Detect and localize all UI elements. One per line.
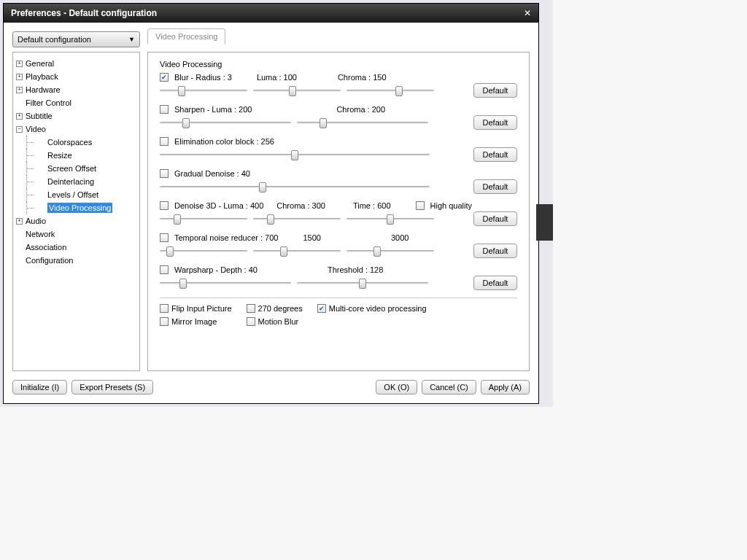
tnr-default-button[interactable]: Default [473, 244, 517, 258]
flip-checkbox[interactable] [160, 304, 169, 313]
expand-icon[interactable] [16, 113, 23, 120]
deg-label: 270 degrees [258, 304, 303, 313]
expand-icon[interactable] [16, 61, 23, 67]
preferences-window: Preferences - Default configuration ✕ De… [3, 3, 539, 404]
tree-item-video[interactable]: Video [16, 122, 136, 136]
expand-icon[interactable] [16, 87, 23, 93]
d3d-time-slider[interactable] [347, 213, 434, 225]
mirror-label: Mirror Image [171, 317, 217, 326]
warp-label: Warpsharp - Depth : 40 [174, 265, 258, 274]
tree-item-colorspaces[interactable]: Colorspaces [16, 136, 136, 149]
collapse-icon[interactable] [16, 126, 23, 133]
warp-default-button[interactable]: Default [473, 276, 517, 290]
blur-chroma-label: Chroma : 150 [338, 73, 387, 82]
warp-thr-label: Threshold : 128 [328, 265, 383, 274]
blur-chroma-slider[interactable] [347, 85, 434, 96]
tnr-v3: 3000 [391, 233, 409, 242]
grad-default-button[interactable]: Default [473, 179, 517, 194]
mblur-label: Motion Blur [258, 317, 299, 326]
config-select-value: Default configuration [18, 35, 91, 44]
tnr-slider-3[interactable] [347, 245, 434, 257]
d3d-chroma-slider[interactable] [253, 213, 341, 225]
warp-depth-slider[interactable] [160, 277, 291, 289]
settings-panel: Video Processing ✔ Blur - Radius : 3 Lum… [147, 52, 530, 371]
tnr-slider-2[interactable] [253, 245, 341, 257]
tree-item-filter-control[interactable]: Filter Control [16, 96, 136, 109]
apply-button[interactable]: Apply (A) [481, 380, 530, 394]
sharpen-chroma-slider[interactable] [297, 117, 428, 128]
grad-checkbox[interactable] [160, 169, 169, 178]
mcore-checkbox[interactable]: ✔ [317, 304, 326, 313]
tab-video-processing[interactable]: Video Processing [147, 28, 225, 44]
blur-label: Blur - Radius : 3 [174, 73, 232, 82]
chevron-down-icon: ▼ [128, 36, 135, 43]
grad-slider[interactable] [160, 181, 430, 192]
d3d-time-label: Time : 600 [353, 201, 391, 210]
d3d-label: Denoise 3D - Luma : 400 [174, 201, 263, 210]
blur-default-button[interactable]: Default [473, 83, 517, 98]
flip-label: Flip Input Picture [171, 304, 232, 313]
divider [160, 298, 517, 298]
elim-slider[interactable] [160, 149, 430, 160]
tnr-checkbox[interactable] [160, 233, 169, 242]
tree-item-configuration[interactable]: Configuration [16, 254, 136, 267]
tree-item-general[interactable]: General [16, 57, 136, 70]
warp-thr-slider[interactable] [297, 277, 428, 289]
sharpen-default-button[interactable]: Default [473, 115, 517, 130]
initialize-button[interactable]: Initialize (I) [12, 380, 67, 394]
export-presets-button[interactable]: Export Presets (S) [71, 380, 153, 394]
window-title: Preferences - Default configuration [11, 8, 157, 18]
tree-item-hardware[interactable]: Hardware [16, 83, 136, 96]
tnr-v2: 1500 [303, 233, 320, 242]
mcore-label: Multi-core video processing [329, 304, 427, 313]
sharpen-luma-slider[interactable] [160, 117, 291, 128]
elim-label: Elimination color block : 256 [174, 137, 274, 146]
tree-item-audio[interactable]: Audio [16, 214, 136, 228]
expand-icon[interactable] [16, 218, 23, 225]
mirror-checkbox[interactable] [160, 317, 169, 326]
elim-checkbox[interactable] [160, 137, 169, 146]
tree-item-deinterlacing[interactable]: Deinterlacing [16, 175, 136, 188]
mblur-checkbox[interactable] [247, 317, 255, 326]
d3d-hq-label: High quality [430, 201, 472, 210]
d3d-chroma-label: Chroma : 300 [276, 201, 325, 210]
titlebar: Preferences - Default configuration ✕ [4, 4, 538, 23]
d3d-checkbox[interactable] [160, 201, 169, 210]
tree-item-association[interactable]: Association [16, 241, 136, 254]
sharpen-chroma-label: Chroma : 200 [336, 105, 385, 114]
config-select[interactable]: Default configuration ▼ [12, 31, 140, 47]
tree-item-playback[interactable]: Playback [16, 70, 136, 83]
tree-item-levels-offset[interactable]: Levels / Offset [16, 188, 136, 201]
tnr-label: Temporal noise reducer : 700 [174, 233, 278, 242]
warp-checkbox[interactable] [160, 265, 169, 274]
expand-icon[interactable] [16, 74, 23, 80]
tree-item-subtitle[interactable]: Subtitle [16, 109, 136, 122]
section-title: Video Processing [160, 60, 517, 69]
d3d-luma-slider[interactable] [160, 213, 247, 225]
d3d-hq-checkbox[interactable] [416, 201, 425, 210]
desktop-shadow [536, 204, 553, 241]
tree-item-video-processing[interactable]: Video Processing [16, 201, 136, 214]
d3d-default-button[interactable]: Default [473, 211, 517, 226]
close-icon[interactable]: ✕ [524, 8, 531, 18]
blur-radius-slider[interactable] [160, 85, 247, 96]
blur-checkbox[interactable]: ✔ [160, 73, 169, 82]
grad-label: Gradual Denoise : 40 [174, 169, 250, 178]
elim-default-button[interactable]: Default [473, 147, 517, 162]
deg-checkbox[interactable] [247, 304, 255, 313]
sharpen-label: Sharpen - Luma : 200 [174, 105, 252, 114]
ok-button[interactable]: OK (O) [376, 380, 417, 394]
tnr-slider-1[interactable] [160, 245, 247, 257]
sharpen-checkbox[interactable] [160, 105, 169, 114]
tree-item-resize[interactable]: Resize [16, 149, 136, 162]
blur-luma-slider[interactable] [253, 85, 341, 96]
blur-luma-label: Luma : 100 [257, 73, 297, 82]
tree-item-screen-offset[interactable]: Screen Offset [16, 162, 136, 175]
tree-item-network[interactable]: Network [16, 228, 136, 241]
tree-panel: GeneralPlaybackHardwareFilter ControlSub… [12, 52, 140, 371]
cancel-button[interactable]: Cancel (C) [422, 380, 476, 394]
